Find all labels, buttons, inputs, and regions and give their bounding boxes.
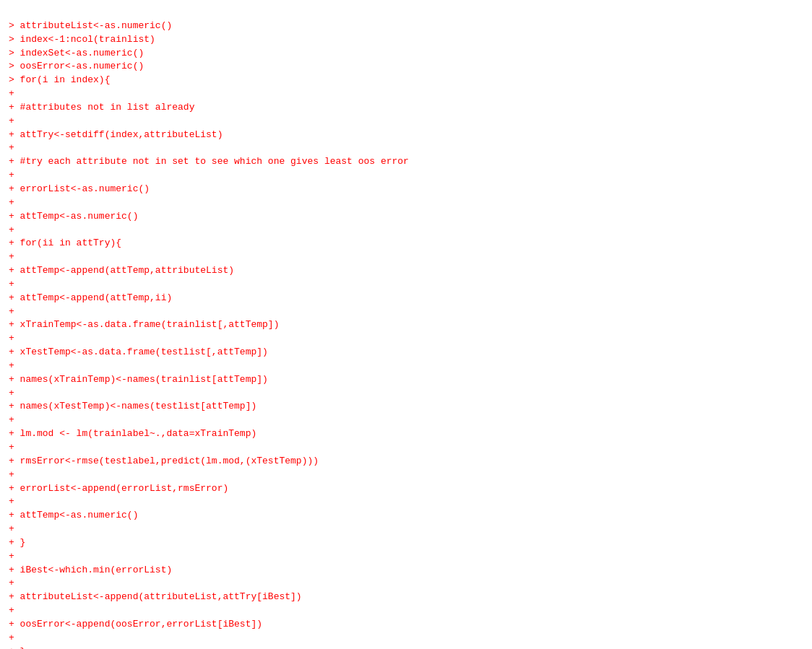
prompt: + <box>9 428 20 439</box>
prompt: + <box>9 170 20 180</box>
prompt: + <box>9 510 20 520</box>
code-line: > indexSet<-as.numeric() <box>9 47 803 61</box>
code-text: attributeList<-as.numeric() <box>20 20 173 31</box>
code-line: + <box>9 251 803 264</box>
code-text: xTrainTemp<-as.data.frame(trainlist[,att… <box>20 319 280 330</box>
code-line: + <box>9 278 803 292</box>
prompt: + <box>9 156 20 167</box>
code-text: } <box>20 646 26 649</box>
code-line: + attributeList<-append(attributeList,at… <box>9 591 803 604</box>
code-line: + attTemp<-append(attTemp,ii) <box>9 292 803 305</box>
prompt: + <box>9 591 20 602</box>
code-line: + rmsError<-rmse(testlabel,predict(lm.mo… <box>9 455 803 469</box>
prompt: + <box>9 211 20 222</box>
prompt: + <box>9 469 20 480</box>
code-line: + <box>9 360 803 373</box>
prompt: > <box>9 20 20 31</box>
code-line: + <box>9 604 803 618</box>
code-line: + errorList<-as.numeric() <box>9 183 803 196</box>
prompt: + <box>9 129 20 140</box>
prompt: + <box>9 401 20 411</box>
code-line: > oosError<-as.numeric() <box>9 60 803 74</box>
code-line: > index<-1:ncol(trainlist) <box>9 33 803 47</box>
prompt: + <box>9 632 20 643</box>
code-text: attTemp<-append(attTemp,ii) <box>20 292 173 303</box>
code-line: + names(xTrainTemp)<-names(trainlist[att… <box>9 373 803 387</box>
code-text: lm.mod <- lm(trainlabel~.,data=xTrainTem… <box>20 428 257 439</box>
prompt: + <box>9 225 20 235</box>
prompt: + <box>9 483 20 494</box>
prompt: + <box>9 102 20 113</box>
prompt: > <box>9 34 20 45</box>
code-line: + <box>9 550 803 564</box>
prompt: + <box>9 442 20 453</box>
code-text: iBest<-which.min(errorList) <box>20 565 173 575</box>
code-line: + <box>9 196 803 210</box>
code-line: + iBest<-which.min(errorList) <box>9 564 803 578</box>
prompt: + <box>9 360 20 371</box>
code-line: + <box>9 141 803 155</box>
code-line: + <box>9 224 803 238</box>
code-text: attTry<-setdiff(index,attributeList) <box>20 129 223 140</box>
code-text: names(xTestTemp)<-names(testlist[attTemp… <box>20 401 257 411</box>
code-line: + names(xTestTemp)<-names(testlist[attTe… <box>9 400 803 414</box>
code-text: for(i in index){ <box>20 74 111 85</box>
code-line: + attTemp<-append(attTemp,attributeList) <box>9 264 803 278</box>
code-line: + attTemp<-as.numeric() <box>9 509 803 523</box>
code-line: + #attributes not in list already <box>9 101 803 115</box>
code-text: attTemp<-append(attTemp,attributeList) <box>20 265 234 276</box>
code-text: attTemp<-as.numeric() <box>20 510 139 520</box>
code-line: + errorList<-append(errorList,rmsError) <box>9 482 803 496</box>
code-line: + <box>9 441 803 455</box>
code-text: oosError<-append(oosError,errorList[iBes… <box>20 619 262 630</box>
prompt: > <box>9 61 20 71</box>
code-line: + for(ii in attTry){ <box>9 237 803 251</box>
code-line: + xTestTemp<-as.data.frame(testlist[,att… <box>9 346 803 360</box>
prompt: + <box>9 374 20 385</box>
prompt: + <box>9 116 20 126</box>
code-line: + <box>9 414 803 427</box>
prompt: + <box>9 578 20 588</box>
code-text: indexSet<-as.numeric() <box>20 48 144 58</box>
code-text: xTestTemp<-as.data.frame(testlist[,attTe… <box>20 347 268 357</box>
prompt: + <box>9 551 20 562</box>
prompt: + <box>9 292 20 303</box>
code-line: + attTemp<-as.numeric() <box>9 210 803 224</box>
code-text: #attributes not in list already <box>20 102 195 113</box>
code-line: + <box>9 169 803 183</box>
code-line: + xTrainTemp<-as.data.frame(trainlist[,a… <box>9 318 803 332</box>
prompt: + <box>9 88 20 99</box>
prompt: + <box>9 537 20 548</box>
prompt: + <box>9 279 20 289</box>
code-line: + } <box>9 645 803 649</box>
code-line: + <box>9 115 803 129</box>
prompt: > <box>9 74 20 85</box>
prompt: + <box>9 306 20 317</box>
code-block: > attributeList<-as.numeric()> index<-1:… <box>9 6 803 649</box>
code-text: names(xTrainTemp)<-names(trainlist[attTe… <box>20 374 268 385</box>
prompt: + <box>9 496 20 507</box>
code-line: + #try each attribute not in set to see … <box>9 155 803 169</box>
code-text: #try each attribute not in set to see wh… <box>20 156 409 167</box>
code-line: + <box>9 495 803 509</box>
code-text: rmsError<-rmse(testlabel,predict(lm.mod,… <box>20 456 319 466</box>
code-text: attTemp<-as.numeric() <box>20 211 139 222</box>
prompt: + <box>9 605 20 616</box>
code-line: > for(i in index){ <box>9 74 803 87</box>
code-line: + <box>9 577 803 591</box>
prompt: + <box>9 388 20 398</box>
prompt: + <box>9 265 20 276</box>
code-line: + attTry<-setdiff(index,attributeList) <box>9 129 803 142</box>
code-text: errorList<-as.numeric() <box>20 183 150 194</box>
code-text: for(ii in attTry){ <box>20 238 121 248</box>
prompt: + <box>9 565 20 575</box>
prompt: + <box>9 238 20 248</box>
prompt: + <box>9 347 20 357</box>
prompt: + <box>9 183 20 194</box>
prompt: + <box>9 197 20 208</box>
code-line: + <box>9 632 803 645</box>
code-line: + <box>9 387 803 401</box>
prompt: + <box>9 319 20 330</box>
prompt: + <box>9 523 20 534</box>
prompt: + <box>9 251 20 262</box>
